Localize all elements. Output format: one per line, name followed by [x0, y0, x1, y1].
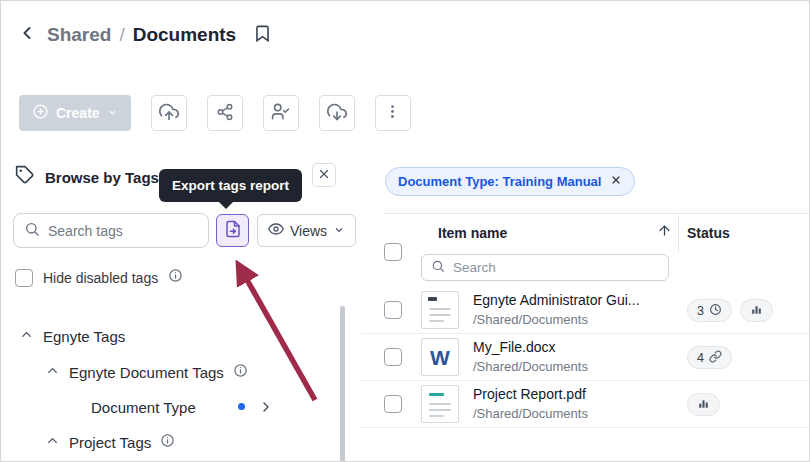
item-search-input[interactable] — [453, 260, 659, 275]
info-icon — [168, 268, 183, 287]
status-badges — [687, 393, 720, 416]
download-cloud-icon — [327, 102, 347, 125]
file-name[interactable]: My_File.docx — [473, 339, 555, 355]
tag-search-box — [13, 213, 209, 248]
hide-disabled-tags-checkbox[interactable] — [15, 269, 33, 287]
table-search-box — [421, 254, 669, 281]
tree-item-egnyte-document-tags[interactable]: Egnyte Document Tags — [1, 360, 337, 384]
export-tags-report-button[interactable] — [216, 214, 249, 247]
breadcrumb-parent[interactable]: Shared — [47, 24, 111, 46]
row-checkbox[interactable] — [384, 395, 402, 413]
hide-disabled-tags-row: Hide disabled tags — [15, 268, 183, 287]
file-path: /Shared/Documents — [473, 359, 588, 374]
tree-item-label: Egnyte Document Tags — [69, 364, 224, 381]
page-title: Documents — [133, 24, 236, 46]
kebab-menu-icon — [384, 103, 401, 123]
close-icon — [317, 167, 331, 184]
badge-count: 4 — [697, 351, 704, 365]
breadcrumb: Shared / Documents — [15, 21, 272, 48]
bookmark-icon — [253, 22, 272, 48]
chevron-down-icon — [107, 105, 118, 121]
table-row[interactable]: W My_File.docx /Shared/Documents 4 — [361, 334, 810, 381]
upload-cloud-icon — [159, 102, 179, 125]
table-row[interactable]: Egnyte Administrator Gui... /Shared/Docu… — [361, 287, 810, 334]
clock-icon — [709, 303, 722, 319]
chevron-up-icon — [45, 433, 60, 451]
search-tags-input[interactable] — [48, 223, 198, 239]
hide-disabled-tags-label: Hide disabled tags — [43, 270, 158, 286]
column-header-item-name[interactable]: Item name — [438, 225, 507, 241]
download-button[interactable] — [319, 95, 355, 131]
status-badges: 3 — [687, 299, 773, 322]
row-checkbox[interactable] — [384, 301, 402, 319]
close-icon — [610, 174, 622, 189]
action-toolbar: Create — [19, 95, 411, 131]
tree-item-label: Project Tags — [69, 434, 151, 451]
tree-item-project-tags[interactable]: Project Tags — [1, 430, 337, 454]
search-icon — [24, 221, 40, 241]
chevron-up-icon — [19, 327, 34, 345]
more-options-button[interactable] — [375, 95, 411, 131]
column-divider — [678, 215, 679, 253]
panel-scrollbar[interactable] — [340, 306, 345, 462]
share-button[interactable] — [207, 95, 243, 131]
create-button[interactable]: Create — [19, 95, 131, 131]
views-label: Views — [290, 223, 327, 239]
file-path: /Shared/Documents — [473, 312, 588, 327]
share-icon — [216, 103, 234, 124]
tags-panel-title: Browse by Tags — [45, 169, 159, 186]
file-name[interactable]: Project Report.pdf — [473, 386, 586, 402]
sort-ascending-icon[interactable] — [657, 223, 672, 238]
export-tags-report-tooltip: Export tags report — [159, 169, 302, 202]
file-name[interactable]: Egnyte Administrator Gui... — [473, 292, 640, 308]
document-thumbnail — [421, 385, 459, 423]
info-icon — [160, 433, 175, 451]
file-path: /Shared/Documents — [473, 406, 588, 421]
remove-filter-button[interactable] — [610, 174, 622, 189]
status-badges: 4 — [687, 346, 732, 369]
plus-circle-icon — [32, 103, 49, 123]
egnyte-app-window: Shared / Documents Create — [0, 0, 810, 462]
create-button-label: Create — [56, 105, 100, 121]
tree-item-egnyte-tags[interactable]: Egnyte Tags — [1, 324, 337, 348]
views-dropdown-button[interactable]: Views — [257, 214, 356, 247]
row-checkbox[interactable] — [384, 348, 402, 366]
badge-count: 3 — [697, 304, 704, 318]
insights-badge[interactable] — [687, 393, 720, 416]
table-top-divider — [384, 213, 810, 214]
link-icon — [709, 350, 722, 366]
word-document-icon: W — [421, 338, 459, 376]
insights-badge[interactable] — [740, 299, 773, 322]
chevron-down-icon — [333, 223, 345, 239]
active-filter-dot — [238, 403, 245, 410]
tags-panel-header: Browse by Tags — [15, 165, 159, 189]
breadcrumb-separator: / — [119, 24, 124, 46]
tree-item-label: Egnyte Tags — [43, 328, 125, 345]
filter-chip-label: Document Type: Training Manual — [398, 174, 601, 189]
upload-button[interactable] — [151, 95, 187, 131]
info-icon — [233, 363, 248, 381]
column-header-status[interactable]: Status — [687, 225, 730, 241]
tag-icon — [15, 165, 35, 189]
chevron-up-icon — [45, 363, 60, 381]
files-panel: Document Type: Training Manual Item name… — [361, 151, 810, 462]
tree-item-document-type[interactable]: Document Type — [1, 395, 337, 419]
views-icon — [268, 221, 284, 240]
links-badge[interactable]: 4 — [687, 346, 732, 369]
bar-chart-icon — [750, 303, 763, 319]
export-report-icon — [224, 220, 242, 241]
select-all-checkbox[interactable] — [384, 243, 402, 261]
bar-chart-icon — [697, 397, 710, 413]
tree-item-label: Document Type — [91, 399, 196, 416]
chevron-left-icon — [17, 23, 37, 46]
close-tags-panel-button[interactable] — [312, 163, 336, 187]
filter-chip-document-type[interactable]: Document Type: Training Manual — [385, 167, 635, 196]
search-icon — [431, 259, 445, 277]
user-permissions-icon — [271, 102, 290, 124]
permissions-button[interactable] — [263, 95, 299, 131]
chevron-right-icon[interactable] — [258, 399, 274, 415]
table-row[interactable]: Project Report.pdf /Shared/Documents — [361, 381, 810, 428]
back-button[interactable] — [15, 21, 39, 48]
pending-tasks-badge[interactable]: 3 — [687, 299, 732, 322]
bookmark-button[interactable] — [253, 22, 272, 48]
